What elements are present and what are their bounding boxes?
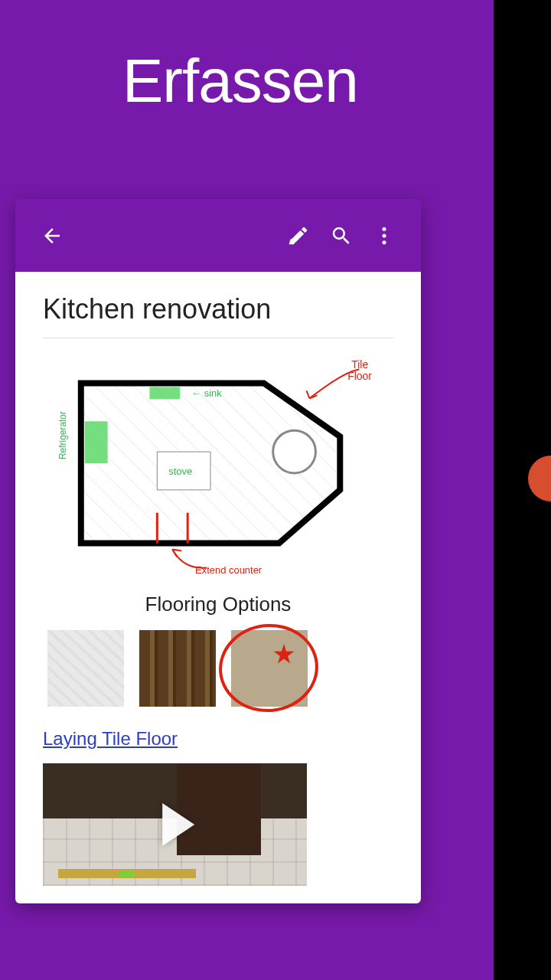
floor-plan-image: stove ← sink Refrigerator Extend count [43, 352, 393, 582]
search-icon [330, 224, 353, 247]
adjacent-fab[interactable] [528, 456, 551, 501]
tile-floor-link[interactable]: Laying Tile Floor [43, 728, 178, 750]
flooring-heading: Flooring Options [43, 593, 393, 616]
more-button[interactable] [363, 214, 406, 257]
annotation-refrigerator: Refrigerator [57, 411, 68, 459]
adjacent-pane [494, 0, 551, 980]
arrow-left-icon [41, 224, 64, 247]
play-icon [162, 803, 194, 846]
annotation-extend-counter: Extend counter [195, 564, 262, 576]
annotation-tile-floor-2: Floor [347, 370, 372, 382]
note-card: Kitchen renovation stove [15, 199, 421, 903]
svg-rect-6 [85, 421, 108, 463]
svg-rect-7 [149, 387, 180, 399]
swatch-wood[interactable] [139, 630, 216, 707]
pen-button[interactable] [277, 214, 320, 257]
svg-point-2 [383, 240, 386, 244]
pen-icon [287, 224, 310, 247]
back-button[interactable] [31, 214, 73, 257]
annotation-stove: stove [168, 466, 192, 477]
swatch-tile[interactable] [231, 630, 308, 707]
flooring-swatches [43, 630, 393, 707]
svg-point-0 [383, 227, 386, 230]
annotation-tile-floor-1: Tile [351, 358, 368, 371]
svg-point-1 [383, 234, 386, 237]
note-body[interactable]: Kitchen renovation stove [15, 272, 421, 903]
search-button[interactable] [320, 214, 363, 257]
more-vert-icon [373, 224, 396, 247]
svg-point-5 [273, 430, 316, 473]
app-surface: Erfassen Kitchen renovation [0, 0, 494, 980]
swatch-marble[interactable] [47, 630, 124, 707]
hero-title: Erfassen [122, 46, 358, 116]
star-icon [273, 644, 295, 665]
note-title: Kitchen renovation [43, 293, 393, 338]
video-thumbnail[interactable] [43, 763, 307, 886]
annotation-sink: ← sink [191, 387, 222, 399]
video-level-shape [58, 869, 196, 878]
app-bar [15, 199, 421, 272]
